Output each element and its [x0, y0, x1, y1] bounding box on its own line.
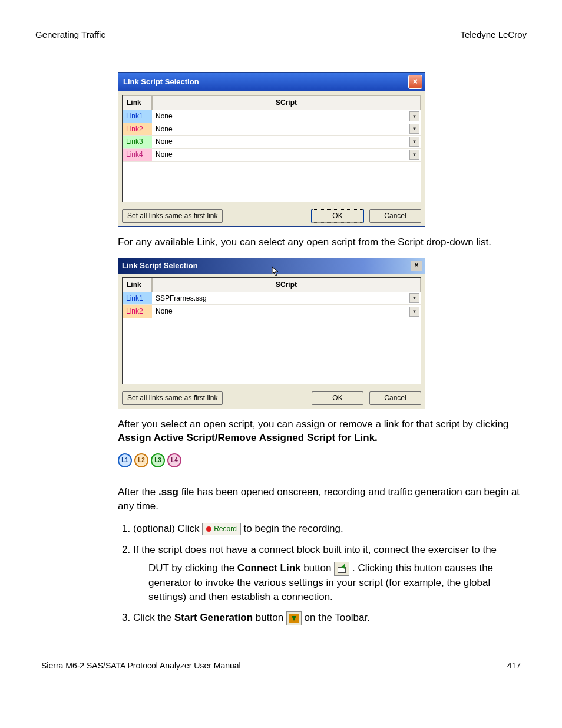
page-footer: Sierra M6-2 SAS/SATA Protocol Analyzer U… — [35, 661, 527, 670]
col-link: Link — [123, 278, 152, 292]
header-left: Generating Traffic — [35, 29, 105, 39]
grid-header: Link SCript — [123, 95, 421, 110]
script-dropdown[interactable]: None ▼ — [152, 305, 421, 318]
link-tag: Link3 — [123, 136, 152, 148]
dialog-title: Link Script Selection — [122, 261, 198, 271]
col-script: SCript — [152, 95, 421, 110]
grid-header: Link SCript — [123, 278, 421, 292]
script-dropdown[interactable]: None ▼ — [152, 110, 421, 123]
ok-button[interactable]: OK — [312, 209, 363, 223]
link-assignment-badges: L1 L2 L3 L4 — [118, 453, 527, 467]
step-2: If the script does not have a connect bl… — [133, 543, 527, 604]
col-script: SCript — [152, 278, 421, 292]
set-all-links-button[interactable]: Set all links same as first link — [122, 209, 223, 223]
chevron-down-icon[interactable]: ▼ — [409, 307, 419, 317]
cancel-button[interactable]: Cancel — [369, 209, 421, 223]
step-1: (optional) Click Record to begin the rec… — [133, 522, 527, 536]
grid-row: Link2 None ▼ — [123, 123, 421, 136]
step-3: Click the Start Generation button on the… — [133, 611, 527, 625]
script-value: None — [156, 124, 173, 134]
cancel-button[interactable]: Cancel — [369, 391, 421, 405]
script-dropdown[interactable]: None ▼ — [152, 123, 421, 136]
script-value: None — [156, 111, 173, 121]
link-script-selection-dialog-2: Link Script Selection × Link SCript Link… — [118, 258, 425, 409]
link2-badge-icon[interactable]: L2 — [134, 453, 148, 467]
grid-row: Link1 None ▼ — [123, 110, 421, 123]
link-tag: Link4 — [123, 149, 152, 161]
record-icon — [206, 526, 211, 532]
page-header: Generating Traffic Teledyne LeCroy — [35, 29, 527, 42]
script-dropdown[interactable]: SSPFrames.ssg ▼ — [152, 292, 421, 305]
start-generation-icon — [289, 614, 299, 623]
link-script-grid: Link SCript Link1 SSPFrames.ssg ▼ Link2 — [122, 277, 421, 384]
connect-link-icon — [337, 565, 346, 573]
chevron-down-icon[interactable]: ▼ — [409, 137, 419, 147]
page-number: 417 — [507, 661, 521, 670]
header-right: Teledyne LeCroy — [460, 29, 527, 39]
dialog-titlebar[interactable]: Link Script Selection × — [118, 258, 425, 274]
chevron-down-icon[interactable]: ▼ — [409, 293, 419, 303]
grid-row: Link1 SSPFrames.ssg ▼ — [123, 292, 421, 305]
script-value: None — [156, 137, 173, 147]
link1-badge-icon[interactable]: L1 — [118, 453, 132, 467]
link-tag: Link2 — [123, 305, 152, 318]
script-value: None — [156, 150, 173, 160]
link-tag: Link1 — [123, 292, 152, 305]
dialog-button-row: Set all links same as first link OK Canc… — [118, 388, 425, 409]
dialog-titlebar[interactable]: Link Script Selection × — [118, 73, 425, 91]
grid-row: Link4 None ▼ — [123, 149, 421, 162]
close-icon[interactable]: × — [411, 261, 422, 271]
body-text: For any available Link, you can select a… — [118, 235, 527, 249]
dialog-title: Link Script Selection — [123, 77, 199, 87]
link3-badge-icon[interactable]: L3 — [151, 453, 165, 467]
script-value: SSPFrames.ssg — [156, 294, 207, 304]
set-all-links-button[interactable]: Set all links same as first link — [122, 391, 223, 405]
link-tag: Link1 — [123, 110, 152, 123]
record-button[interactable]: Record — [202, 523, 241, 535]
link-tag: Link2 — [123, 123, 152, 136]
col-link: Link — [123, 95, 152, 110]
start-generation-button[interactable] — [286, 611, 302, 625]
link4-badge-icon[interactable]: L4 — [167, 453, 181, 467]
body-text: After you select an open script, you can… — [118, 417, 527, 446]
grid-row: Link3 None ▼ — [123, 136, 421, 149]
body-text: After the .ssg file has been opened onsc… — [118, 485, 527, 513]
connect-link-button[interactable] — [334, 562, 349, 576]
script-value: None — [156, 307, 173, 317]
script-dropdown[interactable]: None ▼ — [152, 149, 421, 161]
dialog-button-row: Set all links same as first link OK Canc… — [118, 206, 425, 226]
ok-button[interactable]: OK — [312, 391, 363, 405]
chevron-down-icon[interactable]: ▼ — [409, 150, 419, 160]
chevron-down-icon[interactable]: ▼ — [409, 111, 419, 121]
grid-row: Link2 None ▼ — [123, 305, 421, 318]
link-script-selection-dialog-1: Link Script Selection × Link SCript Link… — [118, 72, 425, 227]
script-dropdown[interactable]: None ▼ — [152, 136, 421, 148]
footer-title: Sierra M6-2 SAS/SATA Protocol Analyzer U… — [41, 661, 241, 670]
close-icon[interactable]: × — [408, 75, 422, 89]
link-script-grid: Link SCript Link1 None ▼ Link2 None — [122, 95, 421, 202]
assign-remove-label: Assign Active Script/Remove Assigned Scr… — [118, 432, 378, 443]
record-label: Record — [214, 524, 237, 534]
cursor-icon — [272, 266, 280, 277]
chevron-down-icon[interactable]: ▼ — [409, 124, 419, 134]
steps-list: (optional) Click Record to begin the rec… — [118, 522, 527, 625]
